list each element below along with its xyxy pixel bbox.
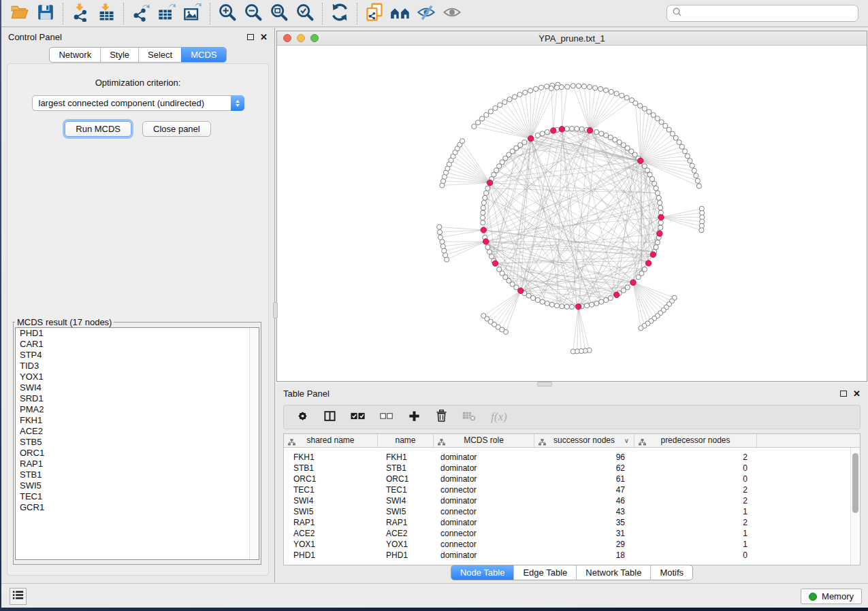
import-table-button[interactable] <box>93 2 119 25</box>
cell-mcds-role: dominator <box>434 517 534 528</box>
mcds-result-item[interactable]: ACE2 <box>16 426 259 437</box>
table-row[interactable]: RAP1RAP1dominator352 <box>284 517 850 528</box>
table-row[interactable]: FKH1FKH1dominator962 <box>284 452 850 463</box>
tab-motifs[interactable]: Motifs <box>650 565 692 580</box>
table-row[interactable]: PHD1PHD1dominator180 <box>284 550 850 561</box>
table-settings-gear-icon[interactable] <box>296 410 309 425</box>
zoom-in-button[interactable] <box>214 2 240 25</box>
network-graph[interactable] <box>277 46 867 382</box>
export-image-button[interactable] <box>180 2 206 25</box>
mcds-result-item[interactable]: FKH1 <box>16 415 259 426</box>
float-panel-icon[interactable] <box>840 391 847 397</box>
zoom-fit-icon <box>270 3 289 24</box>
table-scrollbar-thumb[interactable] <box>852 453 858 513</box>
mcds-result-item[interactable]: SWI4 <box>16 382 259 393</box>
search-input[interactable] <box>682 7 853 19</box>
zoom-fit-button[interactable] <box>266 2 292 25</box>
show-all-button[interactable] <box>439 2 465 25</box>
float-panel-icon[interactable] <box>247 34 254 40</box>
memory-button[interactable]: Memory <box>801 589 862 604</box>
table-row[interactable]: ORC1ORC1dominator610 <box>284 474 850 484</box>
mcds-result-item[interactable]: SRD1 <box>16 393 259 404</box>
mcds-result-item[interactable]: PMA2 <box>16 404 259 415</box>
export-table-button[interactable] <box>154 2 180 25</box>
tab-node-table[interactable]: Node Table <box>451 565 514 580</box>
tab-edge-table[interactable]: Edge Table <box>513 565 576 580</box>
zoom-selected-button[interactable] <box>292 2 318 25</box>
table-row[interactable]: YOX1YOX1connector291 <box>284 539 850 550</box>
table-row[interactable]: SWI4SWI4dominator462 <box>284 495 850 506</box>
refresh-button[interactable] <box>327 2 353 25</box>
vertical-splitter-handle[interactable] <box>273 302 278 318</box>
clone-network-button[interactable] <box>361 2 387 25</box>
tab-mcds[interactable]: MCDS <box>181 48 225 62</box>
mcds-result-item[interactable]: CAR1 <box>16 339 259 350</box>
close-panel-icon[interactable]: ✕ <box>260 34 268 41</box>
sort-descending-icon: ∨ <box>624 434 629 447</box>
select-all-columns-icon[interactable] <box>351 410 366 424</box>
column-header-successor-nodes[interactable]: successor nodes∨ <box>534 434 634 447</box>
tab-network-table[interactable]: Network Table <box>576 565 650 580</box>
mcds-result-item[interactable]: RAP1 <box>16 459 259 469</box>
network-canvas[interactable] <box>277 46 867 381</box>
cell-name: PHD1 <box>378 550 434 561</box>
mcds-result-item[interactable]: YOX1 <box>16 371 259 382</box>
toolbar-separator <box>322 3 323 24</box>
result-list-scrollbar[interactable] <box>249 328 259 559</box>
mcds-result-item[interactable]: ORC1 <box>16 448 259 459</box>
table-toolbar: f(x) <box>283 405 861 429</box>
column-label: successor nodes <box>553 435 615 445</box>
cell-successor-nodes: 96 <box>534 452 634 463</box>
optimization-criterion-select[interactable]: largest connected component (undirected) <box>32 95 244 111</box>
unselect-all-columns-icon[interactable] <box>380 411 393 423</box>
mcds-result-item[interactable]: GCR1 <box>16 502 259 513</box>
table-scrollbar[interactable] <box>850 448 860 565</box>
import-network-button[interactable] <box>67 2 93 25</box>
cell-shared-name: SWI4 <box>284 495 378 506</box>
mcds-result-item[interactable]: PHD1 <box>16 328 259 339</box>
tab-style[interactable]: Style <box>100 48 138 62</box>
mcds-result-item[interactable]: STB1 <box>16 469 259 480</box>
show-columns-icon[interactable] <box>323 410 336 425</box>
close-panel-icon[interactable]: ✕ <box>853 391 861 397</box>
table-row[interactable]: SWI5SWI5connector431 <box>284 506 850 517</box>
close-panel-button[interactable]: Close panel <box>142 121 211 137</box>
column-header-shared-name[interactable]: shared name <box>284 434 378 447</box>
table-row[interactable]: ACE2ACE2connector311 <box>284 528 850 539</box>
mcds-result-item[interactable]: SWI5 <box>16 480 259 491</box>
tab-select[interactable]: Select <box>138 48 181 62</box>
cell-shared-name: TEC1 <box>284 484 378 495</box>
horizontal-splitter-handle[interactable] <box>537 382 552 386</box>
cell-predecessor-nodes: 0 <box>634 474 757 484</box>
tab-network[interactable]: Network <box>50 48 100 62</box>
column-label: shared name <box>306 435 354 445</box>
cell-name: ACE2 <box>378 528 434 539</box>
open-file-button[interactable] <box>7 2 33 25</box>
maximize-window-icon[interactable] <box>310 34 319 42</box>
save-session-button[interactable] <box>33 2 59 25</box>
table-row[interactable]: STB1STB1dominator620 <box>284 463 850 474</box>
mcds-result-item[interactable]: TID3 <box>16 361 259 371</box>
table-row[interactable]: TEC1TEC1connector472 <box>284 484 850 495</box>
search-box <box>666 5 858 22</box>
column-header-predecessor-nodes[interactable]: predecessor nodes <box>634 434 757 447</box>
column-header-MCDS-role[interactable]: MCDS role <box>434 434 534 447</box>
mcds-result-item[interactable]: STP4 <box>16 350 259 361</box>
hide-selected-button[interactable] <box>413 2 439 25</box>
task-history-button[interactable] <box>10 588 27 605</box>
run-mcds-button[interactable]: Run MCDS <box>65 121 131 137</box>
first-neighbors-button[interactable] <box>387 2 413 25</box>
minimize-window-icon[interactable] <box>297 34 305 42</box>
create-column-plus-icon[interactable] <box>408 410 421 425</box>
delete-column-trash-icon[interactable] <box>435 409 448 425</box>
mcds-result-item[interactable]: STB5 <box>16 437 259 448</box>
close-window-icon[interactable] <box>283 34 291 42</box>
export-network-button[interactable] <box>128 2 154 25</box>
mcds-result-item[interactable]: TEC1 <box>16 491 259 502</box>
control-tabs: NetworkStyleSelectMCDS <box>49 47 226 63</box>
column-header-name[interactable]: name <box>378 434 434 447</box>
zoom-selected-icon <box>295 3 315 24</box>
zoom-out-button[interactable] <box>240 2 266 25</box>
cell-name: TEC1 <box>378 484 434 495</box>
mcds-result-list[interactable]: PHD1CAR1STP4TID3YOX1SWI4SRD1PMA2FKH1ACE2… <box>15 327 259 560</box>
